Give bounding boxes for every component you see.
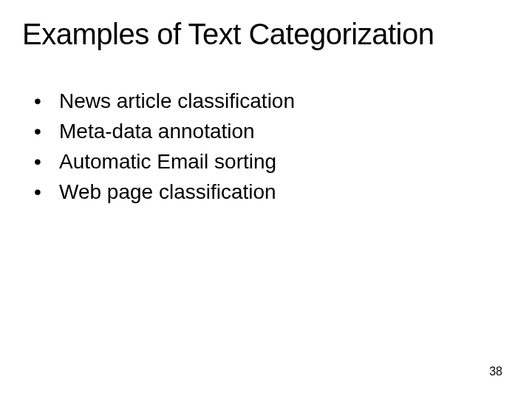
bullet-list: • News article classification • Meta-dat… <box>22 88 510 205</box>
page-number: 38 <box>489 365 502 378</box>
bullet-text: Web page classification <box>59 179 276 205</box>
bullet-icon: • <box>30 150 59 174</box>
slide-title: Examples of Text Categorization <box>22 18 510 51</box>
bullet-text: Meta-data annotation <box>59 118 255 144</box>
bullet-icon: • <box>30 180 59 204</box>
list-item: • Web page classification <box>30 179 510 205</box>
slide: Examples of Text Categorization • News a… <box>0 0 532 399</box>
bullet-icon: • <box>30 89 59 113</box>
list-item: • Automatic Email sorting <box>30 149 510 174</box>
bullet-text: News article classification <box>59 88 295 114</box>
list-item: • Meta-data annotation <box>30 118 510 144</box>
list-item: • News article classification <box>30 88 510 114</box>
bullet-icon: • <box>30 120 59 143</box>
bullet-text: Automatic Email sorting <box>59 149 276 174</box>
